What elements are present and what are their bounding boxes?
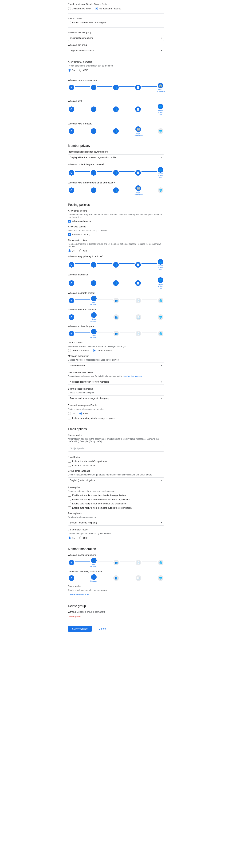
collaborative-inbox-radio[interactable] <box>68 7 71 10</box>
mgm-owner[interactable]: ⚙ <box>68 560 75 565</box>
vm-role-web[interactable]: 🌐 <box>157 128 164 134</box>
crp-web[interactable]: 🌐 <box>157 575 164 581</box>
role-manager[interactable]: 👤 <box>90 85 97 91</box>
mc-org[interactable]: 📄 <box>135 298 142 303</box>
ea-role-owner[interactable]: ⚙ <box>68 187 75 193</box>
mc-manager[interactable]: 👤 Group managers <box>90 296 98 305</box>
post-role-member[interactable]: 👥 <box>112 106 119 113</box>
vm-role-member[interactable]: 👥 <box>112 128 119 134</box>
allow-external-off-option[interactable]: OFF <box>79 69 88 71</box>
allow-external-on-option[interactable]: ON <box>68 69 75 71</box>
footer-custom-option[interactable]: Include a custom footer <box>68 464 164 467</box>
conv-mode-on-option[interactable]: ON <box>68 536 75 539</box>
who-can-join-select[interactable]: Organisation users only Anyone can ask A… <box>68 48 164 54</box>
auto-reply-nonmembers-outside-checkbox[interactable] <box>68 506 71 509</box>
post-role-org[interactable]: 📄 <box>134 106 142 113</box>
mc-web[interactable]: 🌐 <box>157 298 164 303</box>
mgm-member[interactable]: 👥 <box>113 560 120 565</box>
mm-manager[interactable]: 👤 Group managers <box>90 312 98 322</box>
pag-owner[interactable]: ⚙ <box>68 331 75 336</box>
footer-standard-option[interactable]: Include the standard Groups footer <box>68 460 164 463</box>
create-custom-role-button[interactable]: Create a custom role <box>68 592 89 596</box>
conv-mode-on-radio[interactable] <box>68 536 71 539</box>
af-org[interactable]: 📄 <box>134 280 142 286</box>
co-role-org[interactable]: 📄 <box>134 170 142 176</box>
message-moderation-select[interactable]: No moderation Moderate all messages Mode… <box>68 363 164 368</box>
crp-org[interactable]: 📄 <box>135 575 142 581</box>
allow-web-checkbox[interactable] <box>68 233 71 236</box>
rejected-off-radio[interactable] <box>79 412 82 415</box>
conv-history-off-radio[interactable] <box>79 249 82 252</box>
crp-member[interactable]: 👥 <box>113 575 120 581</box>
af-web[interactable]: 🌐 Anyone on the web <box>157 277 164 289</box>
shared-labels-checkbox-option[interactable]: Enable shared labels for this group <box>68 21 164 24</box>
role-entire-org[interactable]: 🏢 Entire organisation <box>157 83 164 93</box>
auto-reply-members-inside-option[interactable]: Enable auto-reply to members inside the … <box>68 494 164 497</box>
no-additional-option[interactable]: No additional features <box>95 7 121 10</box>
allow-email-checkbox[interactable] <box>68 220 71 222</box>
save-changes-button[interactable]: Save changes <box>68 626 92 632</box>
af-manager[interactable]: 👤 <box>90 280 97 286</box>
ea-role-member[interactable]: 👥 <box>112 187 119 193</box>
group-address-option[interactable]: Group address <box>93 349 112 352</box>
conv-history-on-radio[interactable] <box>68 249 71 252</box>
mm-web[interactable]: 🌐 <box>157 314 164 320</box>
role-org-member[interactable]: 📄 <box>134 85 142 91</box>
rp-owner[interactable]: ⚙ <box>68 262 75 268</box>
ea-role-web[interactable]: 🌐 <box>157 187 164 193</box>
delete-group-button[interactable]: Delete group <box>68 615 81 619</box>
vm-role-manager[interactable]: 👤 <box>90 128 97 134</box>
auto-reply-members-inside-checkbox[interactable] <box>68 494 71 497</box>
cancel-button[interactable]: Cancel <box>94 626 111 632</box>
conv-mode-off-radio[interactable] <box>79 536 82 539</box>
crp-manager[interactable]: 👤 Managers <box>90 574 97 582</box>
auto-reply-nonmembers-inside-checkbox[interactable] <box>68 498 71 501</box>
role-member[interactable]: 👥 <box>112 85 119 91</box>
new-member-select[interactable]: No posting restriction for new members N… <box>68 379 164 385</box>
rp-member[interactable]: 👥 <box>112 262 119 268</box>
mgm-manager[interactable]: 👤 Group managers <box>90 558 98 567</box>
rp-manager[interactable]: 👤 <box>90 262 97 268</box>
crp-owner[interactable]: ⚙ <box>68 575 75 581</box>
shared-labels-checkbox[interactable] <box>68 21 71 24</box>
author-address-radio[interactable] <box>68 349 71 352</box>
auto-reply-members-outside-checkbox[interactable] <box>68 502 71 505</box>
rejected-on-option[interactable]: ON <box>68 412 75 415</box>
af-owner[interactable]: ⚙ <box>68 280 75 286</box>
mc-member[interactable]: 👥 <box>113 298 120 303</box>
co-role-manager[interactable]: 👤 <box>90 170 97 176</box>
rp-web[interactable]: 🌐 Anyone on the web <box>157 259 164 271</box>
mgm-org[interactable]: 📄 <box>135 560 142 565</box>
footer-standard-checkbox[interactable] <box>68 460 71 463</box>
role-owner[interactable]: ⚙ <box>68 85 75 91</box>
pag-member[interactable]: 👥 <box>113 331 120 336</box>
pag-web[interactable]: 🌐 <box>157 331 164 336</box>
conv-mode-off-option[interactable]: OFF <box>79 536 88 539</box>
vm-role-owner[interactable]: ⚙ <box>68 128 75 134</box>
spam-handling-select[interactable]: Post suspicious messages to the group Si… <box>68 395 164 401</box>
conv-history-off-option[interactable]: OFF <box>79 249 88 252</box>
rp-org[interactable]: 📄 <box>134 262 142 268</box>
no-additional-radio[interactable] <box>95 7 98 10</box>
post-replies-select[interactable]: Sender (chooses recipient) The group All… <box>68 520 164 526</box>
post-role-owner[interactable]: ⚙ <box>68 106 75 113</box>
allow-email-checkbox-option[interactable]: Allow email posting <box>68 220 164 222</box>
member-link[interactable]: member themselves <box>123 375 142 377</box>
author-address-option[interactable]: Author's address <box>68 349 89 352</box>
auto-reply-members-outside-option[interactable]: Enable auto-reply to members outside the… <box>68 502 164 505</box>
auto-reply-nonmembers-inside-option[interactable]: Enable auto-reply to non-members inside … <box>68 498 164 501</box>
rejected-checkbox-option[interactable]: Include default rejected message respons… <box>68 416 164 420</box>
subject-prefix-input[interactable] <box>68 445 164 452</box>
rejected-checkbox[interactable] <box>68 416 71 420</box>
ea-role-entire-org[interactable]: 🏢 Entire organisation <box>134 185 142 195</box>
ea-role-manager[interactable]: 👤 <box>90 187 97 193</box>
mm-member[interactable]: 👥 <box>113 314 120 320</box>
post-role-web[interactable]: 🌐 Anyone on the web <box>157 104 164 115</box>
group-address-radio[interactable] <box>93 349 96 352</box>
conv-history-on-option[interactable]: ON <box>68 249 75 252</box>
co-role-owner[interactable]: ⚙ <box>68 170 75 176</box>
pag-manager[interactable]: 👤 Group managers <box>90 329 98 339</box>
auto-reply-nonmembers-outside-option[interactable]: Enable auto-reply to non-members outside… <box>68 506 164 509</box>
af-member[interactable]: 👥 <box>112 280 119 286</box>
mgm-web[interactable]: 🌐 <box>157 560 164 565</box>
